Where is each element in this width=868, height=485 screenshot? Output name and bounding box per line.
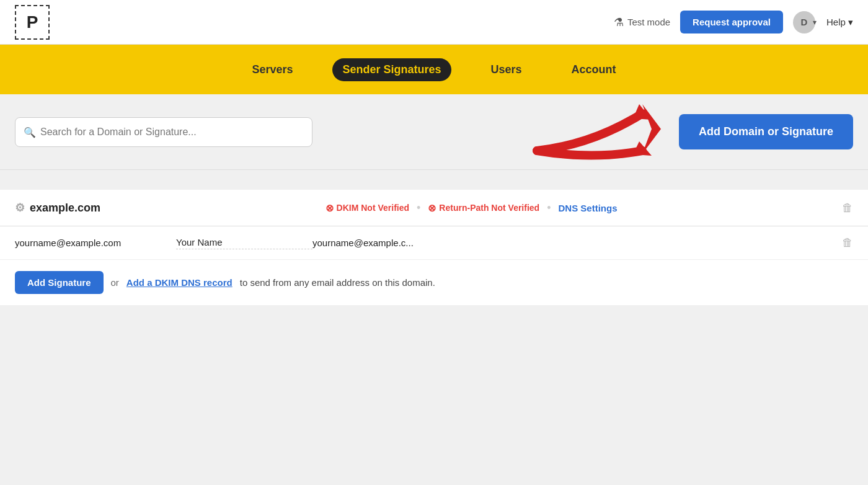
add-dkim-link[interactable]: Add a DKIM DNS record: [126, 277, 232, 288]
sig-email: yourname@example.com: [15, 238, 176, 248]
domain-delete-icon[interactable]: 🗑: [842, 202, 853, 215]
dkim-error-icon: ⊗: [326, 202, 334, 214]
return-path-status-badge: ⊗ Return-Path Not Verified: [428, 202, 539, 214]
domain-name: ⚙ example.com: [15, 201, 100, 215]
avatar-button[interactable]: D: [793, 11, 815, 33]
domain-list: ⚙ example.com ⊗ DKIM Not Verified • ⊗ Re…: [0, 190, 868, 305]
add-signature-button[interactable]: Add Signature: [15, 271, 104, 294]
return-path-error-icon: ⊗: [428, 202, 436, 214]
help-button[interactable]: Help ▾: [826, 17, 853, 28]
domain-row: ⚙ example.com ⊗ DKIM Not Verified • ⊗ Re…: [0, 190, 868, 226]
test-mode-indicator: ⚗ Test mode: [614, 16, 670, 29]
separator-dot-2: •: [547, 202, 551, 215]
help-dropdown-icon: ▾: [848, 17, 853, 27]
gear-icon: ⚙: [15, 201, 25, 215]
sig-reply-to: yourname@example.c...: [312, 238, 842, 248]
footer-row: Add Signature or Add a DKIM DNS record t…: [0, 260, 868, 305]
signature-row: yourname@example.com Your Name yourname@…: [0, 226, 868, 260]
avatar-dropdown-icon: ▾: [813, 18, 817, 27]
domain-badges: ⊗ DKIM Not Verified • ⊗ Return-Path Not …: [110, 202, 832, 215]
sig-delete-icon[interactable]: 🗑: [842, 236, 853, 249]
footer-or-label: or: [111, 277, 119, 288]
flask-icon: ⚗: [614, 16, 624, 29]
separator-dot: •: [417, 202, 420, 215]
svg-marker-1: [633, 141, 652, 156]
nav-item-account[interactable]: Account: [562, 58, 626, 81]
svg-marker-0: [633, 104, 652, 120]
nav-item-users[interactable]: Users: [481, 58, 532, 81]
request-approval-button[interactable]: Request approval: [680, 11, 783, 33]
svg-marker-2: [642, 104, 661, 154]
dns-settings-link[interactable]: DNS Settings: [558, 203, 617, 213]
logo[interactable]: P: [15, 5, 50, 40]
footer-text: to send from any email address on this d…: [240, 277, 435, 288]
sig-name: Your Name: [176, 237, 312, 249]
add-domain-button[interactable]: Add Domain or Signature: [679, 114, 853, 149]
nav-item-sender-signatures[interactable]: Sender Signatures: [332, 58, 451, 81]
search-action-bar: 🔍 Add Domain or Signature: [0, 94, 868, 170]
dkim-status-badge: ⊗ DKIM Not Verified: [326, 202, 409, 214]
nav-bar: Servers Sender Signatures Users Account: [0, 45, 868, 94]
nav-item-servers[interactable]: Servers: [242, 58, 303, 81]
search-icon: 🔍: [24, 126, 36, 138]
search-input[interactable]: [15, 117, 312, 147]
arrow-area: Add Domain or Signature: [327, 114, 853, 149]
search-wrap: 🔍: [15, 117, 312, 147]
